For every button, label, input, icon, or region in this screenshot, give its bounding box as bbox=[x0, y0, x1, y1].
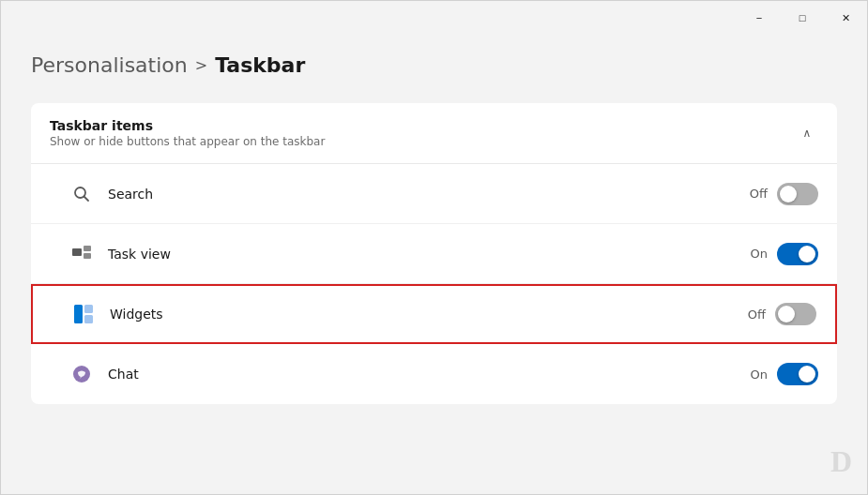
collapse-icon: ∧ bbox=[796, 122, 818, 144]
chat-toggle-knob bbox=[799, 366, 815, 382]
breadcrumb: Personalisation > Taskbar bbox=[31, 53, 837, 77]
maximize-button[interactable]: □ bbox=[781, 1, 824, 35]
svg-line-1 bbox=[84, 196, 89, 201]
chat-icon bbox=[69, 361, 95, 387]
chat-status: On bbox=[751, 368, 768, 382]
taskview-toggle-group: On bbox=[751, 243, 818, 265]
search-icon bbox=[69, 181, 95, 207]
breadcrumb-separator: > bbox=[195, 56, 207, 74]
taskview-label: Task view bbox=[108, 247, 751, 262]
setting-row-widgets: Widgets Off bbox=[31, 284, 837, 344]
section-header-text: Taskbar items Show or hide buttons that … bbox=[50, 118, 325, 148]
section-subtitle: Show or hide buttons that appear on the … bbox=[50, 135, 325, 148]
svg-rect-2 bbox=[72, 248, 82, 256]
taskview-status: On bbox=[751, 247, 768, 261]
breadcrumb-parent[interactable]: Personalisation bbox=[31, 53, 188, 77]
svg-rect-4 bbox=[84, 253, 91, 259]
setting-row-chat: Chat On bbox=[31, 344, 837, 404]
breadcrumb-current: Taskbar bbox=[215, 53, 305, 77]
svg-rect-7 bbox=[84, 315, 93, 323]
search-label: Search bbox=[108, 187, 750, 202]
minimize-button[interactable]: − bbox=[738, 1, 781, 35]
page-content: Personalisation > Taskbar Taskbar items … bbox=[1, 35, 867, 494]
widgets-status: Off bbox=[748, 308, 766, 322]
title-bar-controls: − □ ✕ bbox=[738, 1, 867, 35]
svg-rect-3 bbox=[84, 246, 91, 251]
chat-toggle[interactable] bbox=[777, 363, 818, 385]
widgets-toggle-knob bbox=[778, 306, 795, 322]
chat-toggle-group: On bbox=[751, 363, 818, 385]
settings-window: − □ ✕ Personalisation > Taskbar Taskbar … bbox=[0, 0, 868, 495]
search-status: Off bbox=[750, 187, 768, 201]
widgets-icon bbox=[70, 301, 97, 327]
widgets-toggle[interactable] bbox=[775, 303, 816, 325]
taskview-toggle-knob bbox=[799, 246, 815, 262]
search-toggle-group: Off bbox=[750, 183, 818, 205]
chat-label: Chat bbox=[108, 367, 751, 382]
setting-row-taskview: Task view On bbox=[31, 224, 837, 284]
title-bar: − □ ✕ bbox=[1, 1, 867, 35]
close-button[interactable]: ✕ bbox=[824, 1, 867, 35]
search-toggle[interactable] bbox=[777, 183, 818, 205]
taskview-icon bbox=[69, 241, 95, 267]
taskview-toggle[interactable] bbox=[777, 243, 818, 265]
widgets-toggle-group: Off bbox=[748, 303, 816, 325]
settings-card: Taskbar items Show or hide buttons that … bbox=[31, 103, 837, 404]
svg-rect-5 bbox=[74, 305, 83, 323]
setting-row-search: Search Off bbox=[31, 164, 837, 224]
section-title: Taskbar items bbox=[50, 118, 325, 133]
search-toggle-knob bbox=[780, 186, 797, 202]
section-header-taskbar-items[interactable]: Taskbar items Show or hide buttons that … bbox=[31, 103, 837, 164]
widgets-label: Widgets bbox=[110, 307, 748, 322]
svg-rect-6 bbox=[84, 305, 93, 313]
